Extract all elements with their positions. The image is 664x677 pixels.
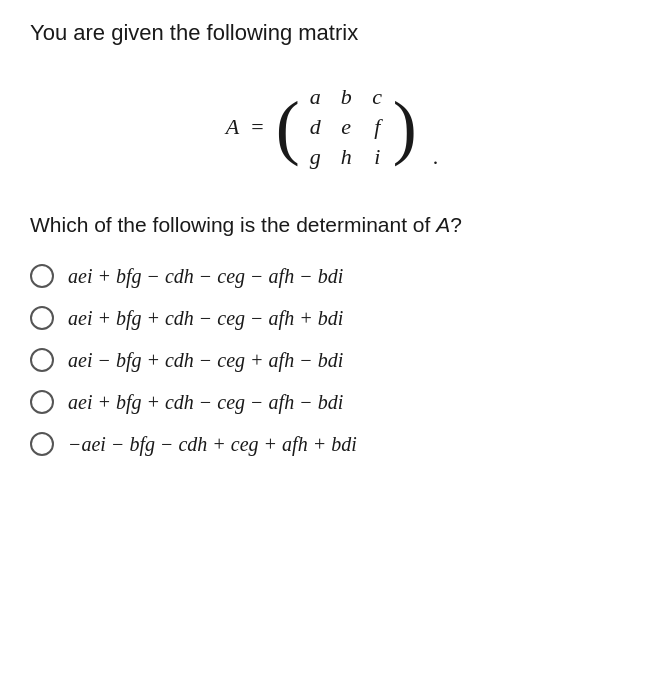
- option-item-2[interactable]: aei + bfg + cdh − ceg − afh + bdi: [30, 304, 634, 332]
- page-title: You are given the following matrix: [30, 20, 634, 46]
- option-formula-1: aei + bfg − cdh − ceg − afh − bdi: [68, 262, 343, 290]
- option-formula-4: aei + bfg + cdh − ceg − afh − bdi: [68, 388, 343, 416]
- matrix-dot: .: [433, 144, 439, 178]
- cell-a: a: [310, 84, 321, 110]
- cell-e: e: [341, 114, 352, 140]
- radio-2[interactable]: [30, 306, 54, 330]
- options-list: aei + bfg − cdh − ceg − afh − bdi aei + …: [30, 262, 634, 458]
- radio-5[interactable]: [30, 432, 54, 456]
- option-item-5[interactable]: −aei − bfg − cdh + ceg + afh + bdi: [30, 430, 634, 458]
- option-formula-2: aei + bfg + cdh − ceg − afh + bdi: [68, 304, 343, 332]
- radio-1[interactable]: [30, 264, 54, 288]
- cell-b: b: [341, 84, 352, 110]
- question-text: Which of the following is the determinan…: [30, 213, 634, 237]
- bracket-right: ): [393, 91, 417, 163]
- cell-h: h: [341, 144, 352, 170]
- cell-i: i: [372, 144, 383, 170]
- option-item-1[interactable]: aei + bfg − cdh − ceg − afh − bdi: [30, 262, 634, 290]
- bracket-left: (: [276, 91, 300, 163]
- radio-4[interactable]: [30, 390, 54, 414]
- matrix-lhs-label: A: [226, 114, 239, 140]
- equals-sign: =: [251, 114, 263, 140]
- cell-g: g: [310, 144, 321, 170]
- matrix-grid: a b c d e f g h i: [300, 76, 393, 178]
- radio-3[interactable]: [30, 348, 54, 372]
- option-item-3[interactable]: aei − bfg + cdh − ceg + afh − bdi: [30, 346, 634, 374]
- option-formula-3: aei − bfg + cdh − ceg + afh − bdi: [68, 346, 343, 374]
- cell-f: f: [372, 114, 383, 140]
- matrix-section: A = ( a b c d e f g h i ) .: [30, 76, 634, 178]
- cell-c: c: [372, 84, 383, 110]
- option-formula-5: −aei − bfg − cdh + ceg + afh + bdi: [68, 430, 357, 458]
- cell-d: d: [310, 114, 321, 140]
- option-item-4[interactable]: aei + bfg + cdh − ceg − afh − bdi: [30, 388, 634, 416]
